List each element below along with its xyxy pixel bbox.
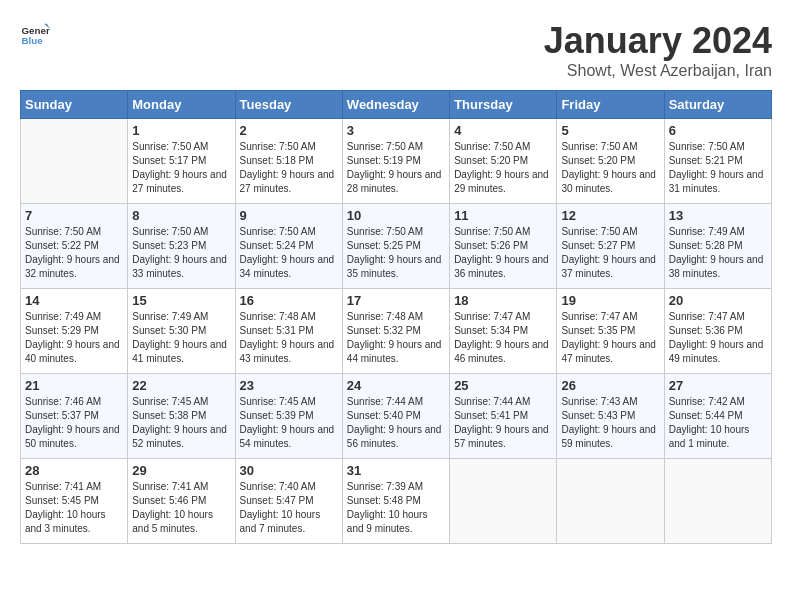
day-info: Sunrise: 7:50 AMSunset: 5:17 PMDaylight:… [132, 140, 230, 196]
calendar-cell: 7Sunrise: 7:50 AMSunset: 5:22 PMDaylight… [21, 204, 128, 289]
day-info: Sunrise: 7:50 AMSunset: 5:26 PMDaylight:… [454, 225, 552, 281]
logo-icon: General Blue [20, 20, 50, 50]
day-info: Sunrise: 7:50 AMSunset: 5:25 PMDaylight:… [347, 225, 445, 281]
calendar-cell: 30Sunrise: 7:40 AMSunset: 5:47 PMDayligh… [235, 459, 342, 544]
day-number: 14 [25, 293, 123, 308]
calendar-table: Sunday Monday Tuesday Wednesday Thursday… [20, 90, 772, 544]
calendar-week-4: 21Sunrise: 7:46 AMSunset: 5:37 PMDayligh… [21, 374, 772, 459]
day-info: Sunrise: 7:50 AMSunset: 5:24 PMDaylight:… [240, 225, 338, 281]
day-info: Sunrise: 7:47 AMSunset: 5:35 PMDaylight:… [561, 310, 659, 366]
calendar-cell: 15Sunrise: 7:49 AMSunset: 5:30 PMDayligh… [128, 289, 235, 374]
svg-text:General: General [22, 25, 51, 36]
logo: General Blue [20, 20, 50, 50]
calendar-cell: 22Sunrise: 7:45 AMSunset: 5:38 PMDayligh… [128, 374, 235, 459]
calendar-week-1: 1Sunrise: 7:50 AMSunset: 5:17 PMDaylight… [21, 119, 772, 204]
day-info: Sunrise: 7:49 AMSunset: 5:30 PMDaylight:… [132, 310, 230, 366]
calendar-cell: 9Sunrise: 7:50 AMSunset: 5:24 PMDaylight… [235, 204, 342, 289]
day-number: 17 [347, 293, 445, 308]
calendar-cell: 25Sunrise: 7:44 AMSunset: 5:41 PMDayligh… [450, 374, 557, 459]
day-info: Sunrise: 7:47 AMSunset: 5:34 PMDaylight:… [454, 310, 552, 366]
day-info: Sunrise: 7:45 AMSunset: 5:38 PMDaylight:… [132, 395, 230, 451]
day-info: Sunrise: 7:50 AMSunset: 5:19 PMDaylight:… [347, 140, 445, 196]
day-number: 7 [25, 208, 123, 223]
day-info: Sunrise: 7:50 AMSunset: 5:20 PMDaylight:… [454, 140, 552, 196]
day-number: 16 [240, 293, 338, 308]
day-number: 28 [25, 463, 123, 478]
day-number: 20 [669, 293, 767, 308]
day-number: 5 [561, 123, 659, 138]
day-info: Sunrise: 7:39 AMSunset: 5:48 PMDaylight:… [347, 480, 445, 536]
day-number: 22 [132, 378, 230, 393]
calendar-cell: 19Sunrise: 7:47 AMSunset: 5:35 PMDayligh… [557, 289, 664, 374]
day-number: 6 [669, 123, 767, 138]
calendar-cell: 28Sunrise: 7:41 AMSunset: 5:45 PMDayligh… [21, 459, 128, 544]
calendar-cell: 10Sunrise: 7:50 AMSunset: 5:25 PMDayligh… [342, 204, 449, 289]
day-number: 13 [669, 208, 767, 223]
day-info: Sunrise: 7:48 AMSunset: 5:31 PMDaylight:… [240, 310, 338, 366]
calendar-cell: 2Sunrise: 7:50 AMSunset: 5:18 PMDaylight… [235, 119, 342, 204]
day-number: 24 [347, 378, 445, 393]
calendar-cell: 6Sunrise: 7:50 AMSunset: 5:21 PMDaylight… [664, 119, 771, 204]
day-info: Sunrise: 7:43 AMSunset: 5:43 PMDaylight:… [561, 395, 659, 451]
day-info: Sunrise: 7:47 AMSunset: 5:36 PMDaylight:… [669, 310, 767, 366]
day-number: 29 [132, 463, 230, 478]
day-number: 9 [240, 208, 338, 223]
col-friday: Friday [557, 91, 664, 119]
day-number: 23 [240, 378, 338, 393]
day-info: Sunrise: 7:49 AMSunset: 5:29 PMDaylight:… [25, 310, 123, 366]
day-info: Sunrise: 7:50 AMSunset: 5:27 PMDaylight:… [561, 225, 659, 281]
calendar-cell: 21Sunrise: 7:46 AMSunset: 5:37 PMDayligh… [21, 374, 128, 459]
day-number: 31 [347, 463, 445, 478]
header: General Blue January 2024 Showt, West Az… [20, 20, 772, 80]
calendar-cell: 17Sunrise: 7:48 AMSunset: 5:32 PMDayligh… [342, 289, 449, 374]
day-info: Sunrise: 7:41 AMSunset: 5:46 PMDaylight:… [132, 480, 230, 536]
calendar-cell [664, 459, 771, 544]
col-tuesday: Tuesday [235, 91, 342, 119]
calendar-cell [557, 459, 664, 544]
calendar-week-5: 28Sunrise: 7:41 AMSunset: 5:45 PMDayligh… [21, 459, 772, 544]
day-info: Sunrise: 7:45 AMSunset: 5:39 PMDaylight:… [240, 395, 338, 451]
day-number: 21 [25, 378, 123, 393]
day-info: Sunrise: 7:44 AMSunset: 5:41 PMDaylight:… [454, 395, 552, 451]
col-thursday: Thursday [450, 91, 557, 119]
calendar-cell: 20Sunrise: 7:47 AMSunset: 5:36 PMDayligh… [664, 289, 771, 374]
day-number: 19 [561, 293, 659, 308]
day-number: 2 [240, 123, 338, 138]
calendar-cell: 31Sunrise: 7:39 AMSunset: 5:48 PMDayligh… [342, 459, 449, 544]
day-number: 26 [561, 378, 659, 393]
day-info: Sunrise: 7:48 AMSunset: 5:32 PMDaylight:… [347, 310, 445, 366]
day-number: 27 [669, 378, 767, 393]
day-number: 3 [347, 123, 445, 138]
day-number: 18 [454, 293, 552, 308]
day-number: 25 [454, 378, 552, 393]
day-info: Sunrise: 7:41 AMSunset: 5:45 PMDaylight:… [25, 480, 123, 536]
day-info: Sunrise: 7:50 AMSunset: 5:21 PMDaylight:… [669, 140, 767, 196]
day-number: 15 [132, 293, 230, 308]
day-number: 8 [132, 208, 230, 223]
calendar-cell: 8Sunrise: 7:50 AMSunset: 5:23 PMDaylight… [128, 204, 235, 289]
day-number: 1 [132, 123, 230, 138]
calendar-cell: 23Sunrise: 7:45 AMSunset: 5:39 PMDayligh… [235, 374, 342, 459]
location-title: Showt, West Azerbaijan, Iran [544, 62, 772, 80]
page-container: General Blue January 2024 Showt, West Az… [20, 20, 772, 544]
day-info: Sunrise: 7:50 AMSunset: 5:22 PMDaylight:… [25, 225, 123, 281]
calendar-cell: 18Sunrise: 7:47 AMSunset: 5:34 PMDayligh… [450, 289, 557, 374]
calendar-cell: 13Sunrise: 7:49 AMSunset: 5:28 PMDayligh… [664, 204, 771, 289]
col-monday: Monday [128, 91, 235, 119]
calendar-cell: 12Sunrise: 7:50 AMSunset: 5:27 PMDayligh… [557, 204, 664, 289]
calendar-cell: 4Sunrise: 7:50 AMSunset: 5:20 PMDaylight… [450, 119, 557, 204]
day-info: Sunrise: 7:40 AMSunset: 5:47 PMDaylight:… [240, 480, 338, 536]
calendar-cell [450, 459, 557, 544]
calendar-cell [21, 119, 128, 204]
calendar-cell: 27Sunrise: 7:42 AMSunset: 5:44 PMDayligh… [664, 374, 771, 459]
header-row: Sunday Monday Tuesday Wednesday Thursday… [21, 91, 772, 119]
day-info: Sunrise: 7:50 AMSunset: 5:18 PMDaylight:… [240, 140, 338, 196]
day-info: Sunrise: 7:42 AMSunset: 5:44 PMDaylight:… [669, 395, 767, 451]
calendar-cell: 3Sunrise: 7:50 AMSunset: 5:19 PMDaylight… [342, 119, 449, 204]
calendar-cell: 1Sunrise: 7:50 AMSunset: 5:17 PMDaylight… [128, 119, 235, 204]
day-info: Sunrise: 7:49 AMSunset: 5:28 PMDaylight:… [669, 225, 767, 281]
calendar-cell: 14Sunrise: 7:49 AMSunset: 5:29 PMDayligh… [21, 289, 128, 374]
day-number: 10 [347, 208, 445, 223]
svg-text:Blue: Blue [22, 35, 44, 46]
calendar-cell: 29Sunrise: 7:41 AMSunset: 5:46 PMDayligh… [128, 459, 235, 544]
